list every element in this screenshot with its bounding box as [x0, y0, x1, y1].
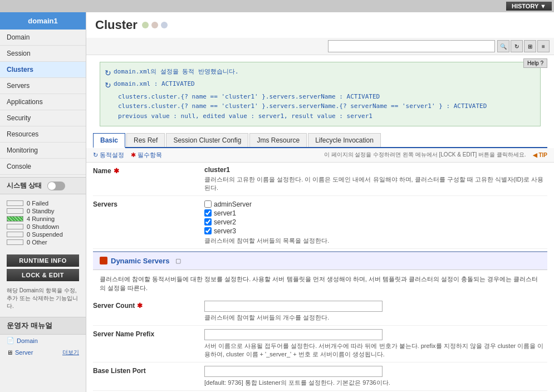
grid-button[interactable]: ⊞ [524, 40, 536, 52]
sidebar-item-monitoring[interactable]: Monitoring [0, 143, 86, 159]
servers-desc: 클러스터에 참여할 서버들의 목록을 설정한다. [204, 237, 547, 245]
status-bar-other [7, 239, 23, 245]
name-label: Name ✱ [93, 166, 204, 192]
manual-domain-link[interactable]: Domain [17, 337, 38, 344]
top-bar: HISTORY ▼ [0, 0, 554, 12]
tabs-bar: Basic Res Ref Session Cluster Config Jms… [93, 133, 547, 148]
sidebar-item-security[interactable]: Security [0, 110, 86, 126]
info-icon-2: ↻ [105, 79, 111, 91]
tip-label: ◀ TIP [533, 152, 547, 158]
dynamic-servers-toggle-icon: ▢ [175, 257, 181, 264]
help-button[interactable]: Help ? [523, 58, 547, 68]
sidebar-item-resources[interactable]: Resources [0, 126, 86, 143]
domain-label: domain1 [0, 12, 86, 30]
checkbox-adminserver-input[interactable] [204, 200, 212, 208]
dynamic-icon: ↻ [93, 151, 98, 159]
form-row-servers: Servers adminServer server1 [93, 196, 547, 249]
checkbox-server3-input[interactable] [204, 227, 212, 234]
checkbox-server2-input[interactable] [204, 218, 212, 226]
status-bar-suspended [7, 232, 23, 237]
sidebar-item-clusters[interactable]: Clusters [0, 62, 86, 78]
status-standby: 0 Standby [7, 208, 79, 214]
server-count-desc: 클러스터에 참여할 서버들의 개수를 설정한다. [204, 313, 547, 322]
checkbox-server1-input[interactable] [204, 209, 212, 217]
manual-server-link[interactable]: Server [15, 349, 33, 356]
server-count-label: Server Count ✱ [93, 301, 204, 322]
server-name-prefix-input[interactable] [204, 329, 383, 340]
dot-3 [161, 22, 168, 28]
more-link[interactable]: 더보기 [62, 349, 79, 356]
status-running: 4 Running [7, 215, 79, 222]
server-name-prefix-value-block: 서버 이름으로 사용될 접두어를 설정한다. 서버개수에 따라 뒤에 번호가 붙… [204, 329, 547, 359]
tab-session-cluster-config[interactable]: Session Cluster Config [166, 133, 248, 147]
servers-value-block: adminServer server1 server2 server3 [204, 199, 547, 245]
content-header: Cluster [86, 12, 554, 38]
dynamic-servers-desc: 클러스터에 참여할 동적서버들에 대한 정보를 설정한다. 사용할 서버 템플릿… [93, 272, 547, 297]
required-fields-link[interactable]: ✱ 필수항목 [131, 151, 162, 159]
system-status-section: 시스템 상태 [0, 177, 86, 194]
server-count-required: ✱ [137, 302, 143, 310]
history-button[interactable]: HISTORY ▼ [506, 2, 552, 11]
status-bar-failed [7, 200, 23, 206]
refresh-button[interactable]: ↻ [511, 40, 523, 52]
status-suspended: 0 Suspended [7, 231, 79, 238]
info-code-block: clusters.cluster.{? name == 'cluster1' }… [105, 92, 536, 121]
info-line-2: ↻ domain.xml : ACTIVATED [105, 79, 536, 91]
status-block: 0 Failed 0 Standby 4 Running 0 Shutdown … [0, 194, 86, 251]
base-listen-port-input[interactable] [204, 366, 383, 377]
search-button[interactable]: 🔍 [497, 40, 509, 52]
servers-label: Servers [93, 199, 204, 245]
sidebar-item-domain[interactable]: Domain [0, 30, 86, 46]
status-bar-shutdown [7, 224, 23, 229]
search-input[interactable] [328, 40, 495, 52]
app-wrapper: HISTORY ▼ domain1 Domain Session Cluster… [0, 0, 554, 392]
sidebar-item-console[interactable]: Console [0, 159, 86, 175]
status-shutdown: 0 Shutdown [7, 223, 79, 230]
dot-2 [151, 22, 158, 28]
sidebar-item-applications[interactable]: Applications [0, 94, 86, 110]
search-bar: 🔍 ↻ ⊞ ≡ [86, 38, 554, 55]
status-bar-standby [7, 208, 23, 214]
checkbox-server2: server2 [204, 218, 547, 226]
tab-jms-resource[interactable]: Jms Resource [249, 133, 307, 147]
form-row-name: Name ✱ cluster1 클러스터의 고유한 이름을 설정한다. 이 이름… [93, 163, 547, 196]
action-bar: ↻ 동적설정 ✱ 필수항목 이 페이지의 설정을 수정하려면 왼쪽 메뉴에서 [… [86, 148, 554, 163]
sidebar: domain1 Domain Session Clusters Servers … [0, 12, 86, 392]
sidebar-item-session[interactable]: Session [0, 46, 86, 62]
name-required: ✱ [114, 167, 119, 175]
header-dots [142, 22, 168, 28]
dynamic-servers-header: Dynamic Servers ▢ [93, 251, 547, 270]
dot-1 [142, 22, 149, 28]
server-count-value-block: 클러스터에 참여할 서버들의 개수를 설정한다. [204, 301, 547, 322]
sidebar-item-servers[interactable]: Servers [0, 78, 86, 94]
server-count-input[interactable] [204, 301, 383, 312]
tab-lifecycle-invocation[interactable]: Lifecycle Invocation [308, 133, 381, 147]
checkbox-server3: server3 [204, 227, 547, 235]
status-other: 0 Other [7, 239, 79, 246]
status-failed: 0 Failed [7, 200, 79, 207]
btn-block: RUNTIME INFO LOCK & EDIT [0, 251, 86, 285]
server-name-prefix-label: Server Name Prefix [93, 329, 204, 359]
form-row-server-name-prefix: Server Name Prefix 서버 이름으로 사용될 접두어를 설정한다… [93, 326, 547, 362]
lock-edit-button[interactable]: LOCK & EDIT [7, 269, 79, 281]
form-row-server-count: Server Count ✱ 클러스터에 참여할 서버들의 개수를 설정한다. [93, 297, 547, 326]
manual-section: 운영자 매뉴얼 [0, 317, 86, 335]
dynamic-servers-label: Dynamic Servers [111, 257, 170, 265]
dynamic-settings-link[interactable]: ↻ 동적설정 [93, 151, 124, 159]
list-button[interactable]: ≡ [537, 40, 550, 52]
status-toggle[interactable] [47, 182, 65, 190]
tab-basic[interactable]: Basic [93, 133, 125, 148]
tab-resref[interactable]: Res Ref [126, 133, 165, 147]
search-icons: 🔍 ↻ ⊞ ≡ [497, 40, 550, 52]
name-value-block: cluster1 클러스터의 고유한 이름을 설정한다. 이 이름은 도메인 내… [204, 166, 547, 192]
sidebar-hint: 해당 Domain의 항목을 수정, 추가 또는 삭제하는 기능입니다. [0, 285, 86, 312]
checkbox-adminserver: adminServer [204, 200, 547, 208]
manual-server: 🖥 Server 더보기 [0, 346, 86, 359]
checkbox-server1: server1 [204, 209, 547, 217]
base-listen-port-desc: [default: 9736] 통합 Listener의 포트를 설정한다. 기… [204, 379, 547, 387]
content-area: Cluster 🔍 ↻ ⊞ ≡ Help ? [86, 12, 554, 392]
runtime-info-button[interactable]: RUNTIME INFO [7, 254, 79, 267]
status-bar-running [7, 216, 23, 222]
info-panel-container: Help ? ↻ domain.xml의 설정을 동적 반영했습니다. ↻ do… [93, 58, 547, 130]
name-value: cluster1 [204, 166, 547, 174]
